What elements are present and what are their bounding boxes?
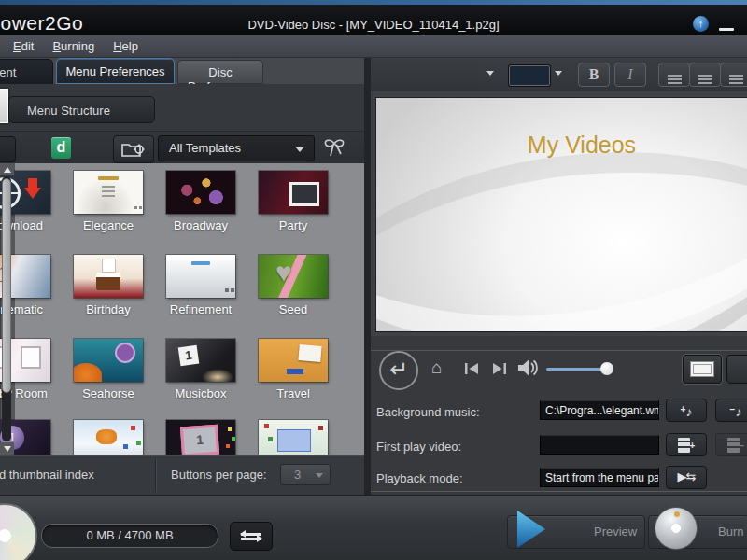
template-item-refinement[interactable]: Refinement (152, 255, 249, 316)
tab-menu-preferences[interactable]: Menu Preferences (56, 58, 175, 84)
italic-button[interactable]: I (614, 63, 646, 87)
template-item-seahorse[interactable]: Seahorse (60, 339, 157, 400)
volume-icon[interactable] (516, 358, 539, 377)
add-video-button[interactable]: + (666, 433, 707, 456)
folder-gear-icon (121, 141, 146, 158)
template-name: Elegance (60, 218, 157, 232)
font-dropdown-arrow[interactable] (486, 71, 494, 76)
menu-structure-icon[interactable] (0, 89, 8, 123)
buttons-per-page-value: 3 (294, 468, 301, 482)
tv-safe-zone-button[interactable] (683, 355, 722, 384)
titlebar[interactable]: Power2Go DVD-Video Disc - [MY_VIDEO_1104… (0, 5, 747, 35)
bold-glyph: B (589, 66, 599, 82)
templates-filter-dropdown[interactable]: All Templates (158, 135, 315, 161)
volume-slider-handle[interactable] (600, 362, 613, 375)
ribbon-customize-icon[interactable] (321, 135, 351, 161)
template-item-elegance[interactable]: Elegance (60, 171, 157, 232)
template-gallery[interactable]: Download Elegance Broadway Party 1 Cinem… (0, 163, 364, 455)
align-left-button[interactable] (658, 63, 690, 87)
preview-button[interactable]: Preview (507, 515, 645, 549)
align-right-button[interactable] (720, 63, 747, 87)
template-name: Broadway (152, 218, 249, 232)
template-item-travel[interactable]: Travel (245, 339, 342, 400)
home-icon[interactable]: ⌂ (431, 357, 442, 378)
template-thumb-musicbox[interactable]: 1 (166, 339, 235, 382)
scroll-up-button[interactable] (0, 163, 14, 175)
clipped-toolbar-button[interactable] (0, 136, 16, 162)
menu-preferences-panel: Menu Structure d All Templates (0, 84, 364, 495)
directorzone-icon[interactable]: d (51, 137, 71, 159)
template-name: Birthday (60, 302, 157, 316)
next-icon[interactable] (492, 363, 507, 374)
template-item-partial-4[interactable] (245, 420, 342, 455)
previous-icon[interactable] (464, 363, 479, 374)
download-arrow-icon (24, 188, 41, 207)
template-thumb-travel[interactable] (259, 339, 328, 382)
chevron-down-icon (295, 147, 304, 152)
template-thumb-seahorse[interactable] (74, 339, 143, 382)
chevron-down-icon (316, 473, 323, 478)
template-thumb[interactable] (74, 420, 143, 455)
preview-panel: B I My Videos ↵ ⌂ (371, 58, 747, 495)
template-name: Refinement (152, 302, 249, 316)
menu-burning[interactable]: Burning (43, 37, 104, 56)
template-thumb-elegance[interactable] (74, 171, 143, 214)
template-item-seed[interactable]: ♥ Seed (245, 255, 342, 316)
tv-safe-zone-icon (690, 361, 714, 377)
menu-edit[interactable]: Edit (4, 37, 43, 56)
change-disc-button[interactable] (230, 522, 273, 551)
remove-video-button[interactable]: − (715, 433, 747, 456)
template-item-musicbox[interactable]: 1 Musicbox (152, 339, 249, 400)
menu-title-text[interactable]: My Videos (376, 132, 747, 159)
template-name: Seahorse (60, 386, 157, 400)
remove-music-button[interactable]: −♪ (715, 399, 747, 422)
template-item-broadway[interactable]: Broadway (152, 171, 249, 232)
remove-music-icon: −♪ (730, 404, 742, 419)
template-name: Seed (245, 302, 342, 316)
background-music-field[interactable]: C:\Progra...\elegant.wma (540, 400, 659, 420)
template-thumb[interactable] (259, 420, 328, 455)
scroll-down-button[interactable] (0, 442, 14, 455)
font-color-swatch[interactable] (509, 65, 550, 86)
status-bar: 0 MB / 4700 MB Preview Burn (0, 495, 747, 560)
burn-button[interactable]: Burn (648, 515, 747, 549)
template-thumb-seed[interactable]: ♥ (259, 255, 328, 298)
tab-strip: Content Menu Preferences Disc Preference… (0, 58, 371, 84)
playback-mode-button[interactable]: ▶⇆ (666, 466, 707, 489)
return-button[interactable]: ↵ (379, 351, 418, 390)
add-thumbnail-index-label[interactable]: Add thumbnail index (0, 468, 94, 482)
template-thumb-birthday[interactable] (74, 255, 143, 298)
color-dropdown-arrow[interactable] (555, 71, 562, 76)
add-music-button[interactable]: +♪ (666, 399, 707, 422)
template-thumb-refinement[interactable] (166, 255, 235, 298)
minimize-icon (719, 28, 734, 31)
burn-button-label: Burn (718, 525, 743, 539)
menu-preview[interactable]: My Videos (375, 97, 747, 332)
bold-button[interactable]: B (578, 63, 610, 87)
template-manager-button[interactable] (113, 135, 154, 163)
minimize-button[interactable] (713, 16, 741, 33)
template-thumb[interactable]: 1 (166, 420, 235, 455)
tab-disc-preferences[interactable]: Disc Preferences (177, 60, 263, 84)
settings-separator (371, 491, 747, 492)
burn-disc-icon (655, 507, 698, 550)
playback-mode-field[interactable]: Start from the menu pa... (540, 468, 659, 487)
upgrade-icon[interactable]: ↑ (693, 16, 709, 32)
align-center-button[interactable] (689, 63, 721, 87)
options-divider (155, 458, 156, 492)
menu-help[interactable]: Help (104, 37, 148, 56)
clipped-display-button[interactable] (726, 355, 747, 384)
scrollbar-thumb[interactable] (2, 178, 11, 393)
buttons-per-page-dropdown[interactable]: 3 (280, 464, 331, 485)
tab-content[interactable]: Content (0, 59, 53, 85)
align-left-icon (668, 75, 682, 77)
template-item-partial-2[interactable] (60, 420, 157, 455)
first-play-field[interactable] (540, 435, 659, 455)
menu-structure-button[interactable]: Menu Structure (8, 96, 155, 123)
template-item-birthday[interactable]: Birthday (60, 255, 157, 316)
playback-mode-icon: ▶⇆ (678, 469, 696, 483)
template-item-partial-3[interactable]: 1 (152, 420, 249, 455)
template-item-party[interactable]: Party (245, 171, 342, 232)
template-thumb-party[interactable] (259, 171, 328, 214)
template-thumb-broadway[interactable] (166, 171, 235, 214)
